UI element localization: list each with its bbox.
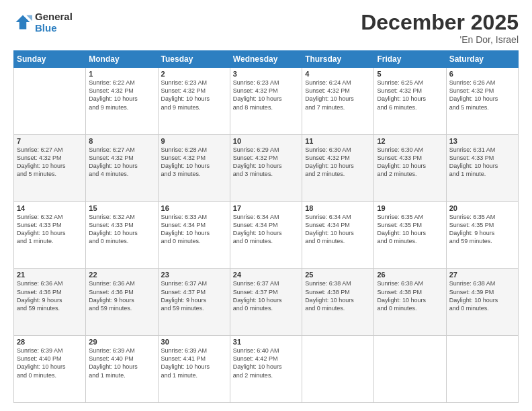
location: 'En Dor, Israel bbox=[361, 34, 519, 45]
day-cell: 31Sunrise: 6:40 AM Sunset: 4:42 PM Dayli… bbox=[230, 336, 302, 403]
day-info: Sunrise: 6:30 AM Sunset: 4:32 PM Dayligh… bbox=[305, 146, 371, 179]
day-cell: 5Sunrise: 6:25 AM Sunset: 4:32 PM Daylig… bbox=[374, 68, 446, 135]
day-number: 4 bbox=[305, 70, 371, 78]
day-cell: 13Sunrise: 6:31 AM Sunset: 4:33 PM Dayli… bbox=[446, 134, 518, 201]
weekday-header-wednesday: Wednesday bbox=[230, 51, 302, 68]
day-number: 20 bbox=[449, 204, 515, 212]
logo-icon bbox=[13, 13, 32, 32]
day-number: 26 bbox=[377, 271, 443, 279]
day-cell: 15Sunrise: 6:32 AM Sunset: 4:33 PM Dayli… bbox=[86, 201, 158, 269]
day-info: Sunrise: 6:35 AM Sunset: 4:35 PM Dayligh… bbox=[377, 213, 443, 246]
day-info: Sunrise: 6:29 AM Sunset: 4:32 PM Dayligh… bbox=[233, 146, 299, 179]
day-info: Sunrise: 6:35 AM Sunset: 4:35 PM Dayligh… bbox=[449, 213, 515, 246]
logo: General Blue bbox=[13, 11, 73, 34]
day-number: 16 bbox=[161, 204, 227, 212]
day-cell: 10Sunrise: 6:29 AM Sunset: 4:32 PM Dayli… bbox=[230, 134, 302, 201]
day-info: Sunrise: 6:31 AM Sunset: 4:33 PM Dayligh… bbox=[449, 146, 515, 179]
day-number: 24 bbox=[233, 271, 299, 279]
day-number: 5 bbox=[377, 70, 443, 78]
day-cell: 17Sunrise: 6:34 AM Sunset: 4:34 PM Dayli… bbox=[230, 201, 302, 269]
day-number: 8 bbox=[89, 137, 154, 145]
day-cell: 7Sunrise: 6:27 AM Sunset: 4:32 PM Daylig… bbox=[14, 134, 86, 201]
day-cell bbox=[446, 336, 518, 403]
week-row-4: 21Sunrise: 6:36 AM Sunset: 4:36 PM Dayli… bbox=[14, 269, 519, 336]
day-number: 27 bbox=[449, 271, 515, 279]
day-number: 22 bbox=[89, 271, 154, 279]
day-info: Sunrise: 6:39 AM Sunset: 4:40 PM Dayligh… bbox=[89, 347, 154, 379]
day-cell: 20Sunrise: 6:35 AM Sunset: 4:35 PM Dayli… bbox=[446, 201, 518, 269]
day-info: Sunrise: 6:39 AM Sunset: 4:40 PM Dayligh… bbox=[17, 347, 83, 379]
day-number: 31 bbox=[233, 338, 299, 346]
day-info: Sunrise: 6:37 AM Sunset: 4:37 PM Dayligh… bbox=[161, 279, 227, 312]
day-cell: 19Sunrise: 6:35 AM Sunset: 4:35 PM Dayli… bbox=[374, 201, 446, 269]
day-number: 23 bbox=[161, 271, 227, 279]
day-info: Sunrise: 6:26 AM Sunset: 4:32 PM Dayligh… bbox=[449, 79, 515, 111]
day-cell: 26Sunrise: 6:38 AM Sunset: 4:38 PM Dayli… bbox=[374, 269, 446, 336]
day-number: 18 bbox=[305, 204, 371, 212]
day-cell: 16Sunrise: 6:33 AM Sunset: 4:34 PM Dayli… bbox=[158, 201, 230, 269]
day-number: 15 bbox=[89, 204, 154, 212]
day-number: 29 bbox=[89, 338, 154, 346]
day-info: Sunrise: 6:33 AM Sunset: 4:34 PM Dayligh… bbox=[161, 213, 227, 246]
day-info: Sunrise: 6:23 AM Sunset: 4:32 PM Dayligh… bbox=[233, 79, 299, 111]
day-cell: 28Sunrise: 6:39 AM Sunset: 4:40 PM Dayli… bbox=[14, 336, 86, 403]
day-info: Sunrise: 6:27 AM Sunset: 4:32 PM Dayligh… bbox=[17, 146, 83, 179]
day-number: 13 bbox=[449, 137, 515, 145]
day-cell: 21Sunrise: 6:36 AM Sunset: 4:36 PM Dayli… bbox=[14, 269, 86, 336]
day-cell: 25Sunrise: 6:38 AM Sunset: 4:38 PM Dayli… bbox=[302, 269, 374, 336]
day-cell bbox=[302, 336, 374, 403]
day-number: 11 bbox=[305, 137, 371, 145]
day-cell: 1Sunrise: 6:22 AM Sunset: 4:32 PM Daylig… bbox=[86, 68, 158, 135]
day-info: Sunrise: 6:32 AM Sunset: 4:33 PM Dayligh… bbox=[89, 213, 154, 246]
header: General Blue December 2025 'En Dor, Isra… bbox=[13, 11, 519, 45]
day-cell bbox=[14, 68, 86, 135]
day-info: Sunrise: 6:22 AM Sunset: 4:32 PM Dayligh… bbox=[89, 79, 154, 111]
weekday-header-tuesday: Tuesday bbox=[158, 51, 230, 68]
day-number: 28 bbox=[17, 338, 83, 346]
day-cell: 11Sunrise: 6:30 AM Sunset: 4:32 PM Dayli… bbox=[302, 134, 374, 201]
title-block: December 2025 'En Dor, Israel bbox=[361, 11, 519, 45]
month-title: December 2025 bbox=[361, 11, 519, 34]
day-number: 30 bbox=[161, 338, 227, 346]
week-row-1: 1Sunrise: 6:22 AM Sunset: 4:32 PM Daylig… bbox=[14, 68, 519, 135]
day-cell: 22Sunrise: 6:36 AM Sunset: 4:36 PM Dayli… bbox=[86, 269, 158, 336]
day-cell: 29Sunrise: 6:39 AM Sunset: 4:40 PM Dayli… bbox=[86, 336, 158, 403]
day-cell: 6Sunrise: 6:26 AM Sunset: 4:32 PM Daylig… bbox=[446, 68, 518, 135]
day-info: Sunrise: 6:38 AM Sunset: 4:38 PM Dayligh… bbox=[305, 279, 371, 312]
day-cell: 2Sunrise: 6:23 AM Sunset: 4:32 PM Daylig… bbox=[158, 68, 230, 135]
day-number: 2 bbox=[161, 70, 227, 78]
day-number: 9 bbox=[161, 137, 227, 145]
day-number: 19 bbox=[377, 204, 443, 212]
day-cell: 9Sunrise: 6:28 AM Sunset: 4:32 PM Daylig… bbox=[158, 134, 230, 201]
day-number: 7 bbox=[17, 137, 83, 145]
page: General Blue December 2025 'En Dor, Isra… bbox=[0, 0, 532, 411]
calendar-table: SundayMondayTuesdayWednesdayThursdayFrid… bbox=[13, 50, 519, 403]
day-number: 17 bbox=[233, 204, 299, 212]
logo-text: General Blue bbox=[35, 11, 73, 34]
day-number: 3 bbox=[233, 70, 299, 78]
weekday-header-friday: Friday bbox=[374, 51, 446, 68]
day-number: 1 bbox=[89, 70, 154, 78]
day-number: 6 bbox=[449, 70, 515, 78]
weekday-header-sunday: Sunday bbox=[14, 51, 86, 68]
day-number: 25 bbox=[305, 271, 371, 279]
day-info: Sunrise: 6:39 AM Sunset: 4:41 PM Dayligh… bbox=[161, 347, 227, 379]
day-info: Sunrise: 6:27 AM Sunset: 4:32 PM Dayligh… bbox=[89, 146, 154, 179]
day-cell: 30Sunrise: 6:39 AM Sunset: 4:41 PM Dayli… bbox=[158, 336, 230, 403]
day-info: Sunrise: 6:34 AM Sunset: 4:34 PM Dayligh… bbox=[233, 213, 299, 246]
day-info: Sunrise: 6:38 AM Sunset: 4:38 PM Dayligh… bbox=[377, 279, 443, 312]
day-number: 21 bbox=[17, 271, 83, 279]
day-info: Sunrise: 6:38 AM Sunset: 4:39 PM Dayligh… bbox=[449, 279, 515, 312]
week-row-3: 14Sunrise: 6:32 AM Sunset: 4:33 PM Dayli… bbox=[14, 201, 519, 269]
day-info: Sunrise: 6:25 AM Sunset: 4:32 PM Dayligh… bbox=[377, 79, 443, 111]
day-info: Sunrise: 6:28 AM Sunset: 4:32 PM Dayligh… bbox=[161, 146, 227, 179]
week-row-5: 28Sunrise: 6:39 AM Sunset: 4:40 PM Dayli… bbox=[14, 336, 519, 403]
weekday-header-row: SundayMondayTuesdayWednesdayThursdayFrid… bbox=[14, 51, 519, 68]
day-cell: 12Sunrise: 6:30 AM Sunset: 4:33 PM Dayli… bbox=[374, 134, 446, 201]
day-info: Sunrise: 6:32 AM Sunset: 4:33 PM Dayligh… bbox=[17, 213, 83, 246]
day-info: Sunrise: 6:37 AM Sunset: 4:37 PM Dayligh… bbox=[233, 279, 299, 312]
day-cell: 27Sunrise: 6:38 AM Sunset: 4:39 PM Dayli… bbox=[446, 269, 518, 336]
day-info: Sunrise: 6:24 AM Sunset: 4:32 PM Dayligh… bbox=[305, 79, 371, 111]
day-cell: 3Sunrise: 6:23 AM Sunset: 4:32 PM Daylig… bbox=[230, 68, 302, 135]
day-cell: 23Sunrise: 6:37 AM Sunset: 4:37 PM Dayli… bbox=[158, 269, 230, 336]
